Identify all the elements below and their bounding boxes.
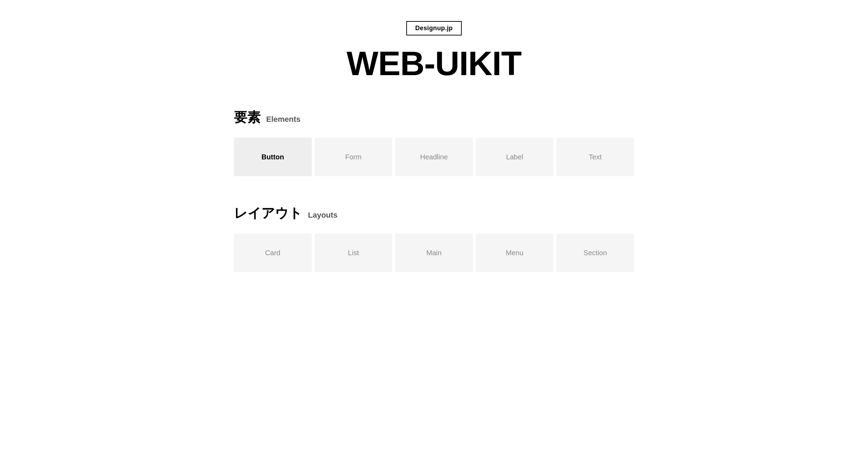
elements-section: 要素 Elements Button Form Headline Label T…: [234, 101, 634, 176]
element-card-headline-label: Headline: [420, 153, 448, 161]
element-card-button-label: Button: [262, 153, 284, 161]
layout-card-main-label: Main: [426, 249, 441, 257]
layout-card-menu-label: Menu: [506, 249, 524, 257]
layout-card-section-label: Section: [584, 249, 607, 257]
layout-card-list[interactable]: List: [315, 233, 393, 272]
layout-card-menu[interactable]: Menu: [476, 233, 554, 272]
site-badge[interactable]: Designup.jp: [406, 21, 462, 35]
page-wrapper: Designup.jp WEB-UIKIT 要素 Elements Button…: [206, 0, 662, 272]
layout-card-main[interactable]: Main: [395, 233, 473, 272]
elements-title-en: Elements: [266, 115, 301, 124]
layouts-cards-grid: Card List Main Menu Section: [234, 233, 634, 272]
layout-card-card[interactable]: Card: [234, 233, 312, 272]
layout-card-section[interactable]: Section: [556, 233, 634, 272]
elements-cards-grid: Button Form Headline Label Text: [234, 138, 634, 176]
page-header: Designup.jp WEB-UIKIT: [234, 0, 634, 101]
layouts-section: レイアウト Layouts Card List Main Menu Sectio…: [234, 197, 634, 272]
element-card-text-label: Text: [589, 153, 602, 161]
element-card-form[interactable]: Form: [315, 138, 393, 176]
element-card-text[interactable]: Text: [556, 138, 634, 176]
element-card-headline[interactable]: Headline: [395, 138, 473, 176]
main-title: WEB-UIKIT: [347, 47, 521, 80]
element-card-form-label: Form: [345, 153, 362, 161]
layout-card-card-label: Card: [265, 249, 280, 257]
element-card-label-label: Label: [506, 153, 523, 161]
layouts-section-header: レイアウト Layouts: [234, 197, 634, 222]
layout-card-list-label: List: [348, 249, 359, 257]
layouts-title-ja: レイアウト: [234, 204, 302, 222]
element-card-button[interactable]: Button: [234, 138, 312, 176]
element-card-label[interactable]: Label: [476, 138, 554, 176]
layouts-title-en: Layouts: [308, 211, 337, 220]
elements-section-header: 要素 Elements: [234, 101, 634, 126]
elements-title-ja: 要素: [234, 108, 261, 126]
